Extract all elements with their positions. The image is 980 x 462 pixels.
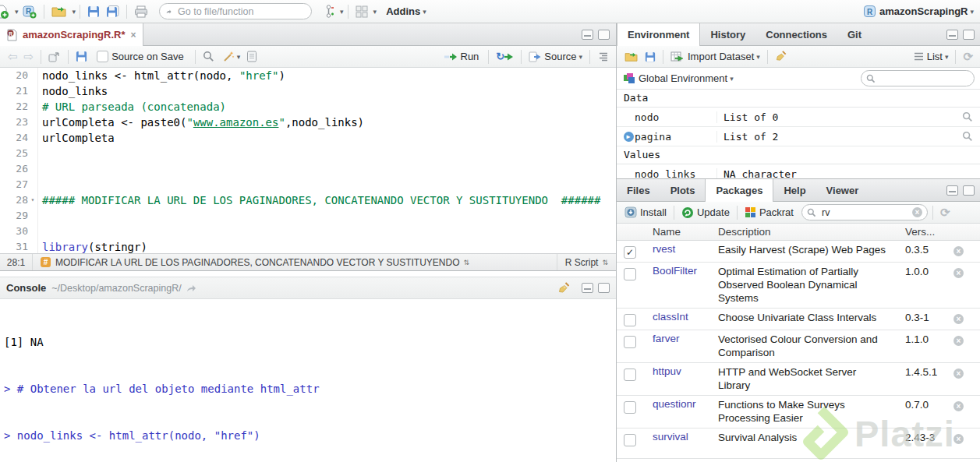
section-updown-icon[interactable]: ⇅ [464, 259, 470, 266]
package-checkbox[interactable] [624, 336, 636, 348]
rerun-button[interactable]: ↻ [496, 51, 514, 62]
package-checkbox[interactable] [624, 369, 636, 381]
goto-file-function-box[interactable] [159, 3, 312, 19]
package-link[interactable]: rvest [653, 243, 675, 255]
package-link[interactable]: farver [653, 333, 680, 344]
packages-search-input[interactable] [820, 206, 912, 219]
tab-close-icon[interactable]: × [130, 30, 136, 41]
package-checkbox[interactable] [624, 314, 636, 326]
refresh-packages-button[interactable]: ⟳ [940, 206, 950, 220]
inspect-icon[interactable] [962, 131, 973, 142]
package-checkbox[interactable] [624, 401, 636, 414]
remove-package-icon[interactable]: × [953, 369, 964, 379]
remove-package-icon[interactable]: × [953, 314, 964, 324]
packrat-button[interactable]: Packrat [745, 206, 794, 218]
package-link[interactable]: survival [653, 431, 688, 443]
console-minimize-button[interactable] [582, 283, 593, 293]
inspect-icon[interactable] [962, 111, 973, 122]
remove-package-icon[interactable]: × [953, 246, 964, 256]
run-button[interactable]: Run [444, 51, 479, 62]
package-link[interactable]: questionr [653, 398, 696, 410]
remove-package-icon[interactable]: × [953, 401, 964, 411]
column-name[interactable]: Name [643, 226, 718, 238]
tab-amazonscrapingr[interactable]: R amazonScrapingR.R* × [0, 23, 143, 46]
remove-package-icon[interactable]: × [953, 268, 964, 278]
open-file-caret-icon[interactable]: ▾ [73, 8, 76, 16]
source-button[interactable]: Source ▾ [529, 51, 582, 62]
fold-arrow-icon[interactable]: ▾ [28, 192, 37, 208]
load-workspace-button[interactable] [624, 51, 639, 62]
console-popout-icon[interactable] [186, 284, 196, 292]
panes-layout-caret-icon[interactable]: ▾ [373, 8, 377, 16]
print-button[interactable] [134, 5, 148, 18]
tab-environment[interactable]: Environment [617, 23, 700, 46]
find-replace-button[interactable] [203, 51, 214, 62]
remove-package-icon[interactable]: × [953, 336, 964, 346]
tab-connections[interactable]: Connections [755, 23, 837, 45]
package-link[interactable]: BoolFilter [653, 265, 697, 277]
clear-environment-button[interactable] [775, 51, 787, 62]
tab-packages[interactable]: Packages [705, 179, 773, 202]
tab-history[interactable]: History [700, 23, 755, 45]
environment-search-input[interactable] [879, 72, 969, 85]
package-checkbox[interactable] [624, 434, 636, 446]
refresh-environment-button[interactable]: ⟳ [963, 50, 973, 64]
popout-button[interactable] [48, 51, 61, 62]
remove-package-icon[interactable]: × [953, 434, 964, 444]
import-dataset-button[interactable]: Import Dataset ▾ [670, 51, 760, 62]
tab-viewer[interactable]: Viewer [816, 179, 869, 201]
version-control-caret-icon[interactable]: ▾ [340, 8, 344, 16]
goto-input[interactable] [176, 5, 305, 18]
code-tools-button[interactable]: ▾ [222, 51, 241, 62]
new-project-button[interactable]: R [22, 4, 37, 19]
source-caret-icon[interactable]: ▾ [578, 53, 582, 61]
save-button[interactable] [87, 5, 100, 18]
tab-help[interactable]: Help [773, 179, 815, 201]
editor-save-button[interactable] [76, 51, 87, 62]
new-file-button[interactable] [0, 4, 9, 19]
forward-button[interactable]: ⇨ [24, 50, 34, 64]
section-navigator[interactable]: MODIFICAR LA URL DE LOS PAGINADORES, CON… [55, 257, 460, 268]
tab-git[interactable]: Git [837, 23, 872, 45]
install-button[interactable]: Install [624, 206, 667, 218]
column-version[interactable]: Vers... [905, 225, 936, 238]
clear-console-broom-icon[interactable] [557, 282, 571, 294]
back-button[interactable]: ⇦ [8, 50, 18, 64]
packages-minimize-button[interactable] [946, 185, 958, 196]
source-maximize-button[interactable] [598, 30, 610, 40]
package-checkbox[interactable]: ✓ [624, 246, 636, 259]
package-link[interactable]: httpuv [653, 365, 681, 377]
packages-search-box[interactable]: × [801, 204, 928, 220]
tab-files[interactable]: Files [617, 179, 660, 201]
tab-plots[interactable]: Plots [660, 179, 706, 201]
new-file-caret-icon[interactable]: ▾ [15, 8, 19, 16]
package-checkbox[interactable] [624, 268, 636, 280]
environment-row-nodo-links[interactable]: nodo_links NA_character_ [617, 164, 980, 178]
file-type-selector[interactable]: R Script ⇅ [557, 254, 616, 270]
compile-report-button[interactable] [246, 51, 257, 62]
packages-maximize-button[interactable] [963, 185, 975, 196]
environment-search-box[interactable] [861, 70, 975, 86]
environment-minimize-button[interactable] [946, 30, 958, 40]
open-file-button[interactable] [51, 5, 67, 18]
source-on-save-checkbox[interactable]: Source on Save [97, 51, 184, 62]
save-all-button[interactable] [106, 5, 119, 18]
column-description[interactable]: Description [718, 225, 905, 238]
clear-search-icon[interactable]: × [912, 207, 922, 217]
addins-button[interactable]: Addins ▾ [383, 5, 426, 17]
display-mode-button[interactable]: List ▾ [914, 51, 949, 62]
environment-scope-selector[interactable]: Global Environment ▾ [623, 72, 734, 84]
version-control-button[interactable] [323, 5, 334, 18]
source-minimize-button[interactable] [582, 30, 593, 40]
environment-row-pagina[interactable]: ▶pagina List of 2 [617, 127, 980, 146]
project-menu-button[interactable]: R amazonScrapingR ▾ [863, 5, 974, 18]
console-maximize-button[interactable] [598, 283, 610, 293]
expand-icon[interactable]: ▶ [624, 132, 634, 142]
code-editor[interactable]: 20nodo_links <- html_attr(nodo, "href") … [0, 68, 616, 253]
update-button[interactable]: Update [681, 206, 730, 219]
environment-maximize-button[interactable] [963, 30, 975, 40]
document-outline-button[interactable] [597, 52, 608, 62]
environment-row-nodo[interactable]: nodo List of 0 [617, 108, 980, 127]
package-link[interactable]: classInt [653, 311, 688, 323]
console-output[interactable]: [1] NA > # Obtener la url del objeto med… [0, 299, 616, 462]
